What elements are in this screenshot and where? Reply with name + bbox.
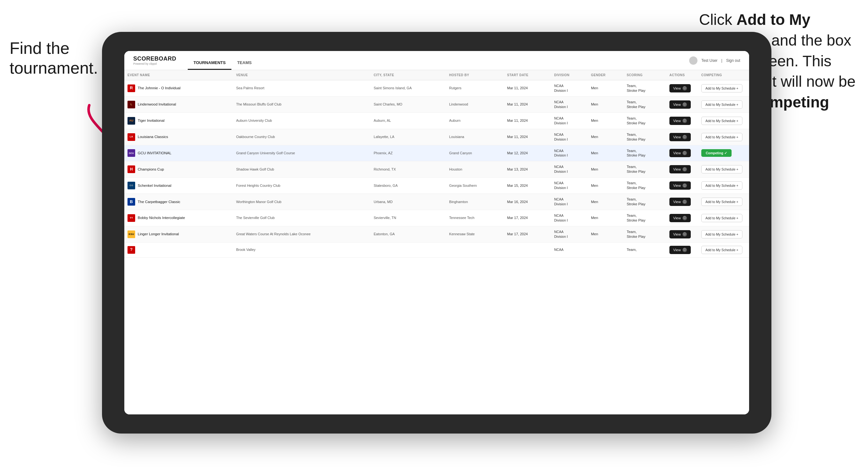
- team-logo: B: [127, 198, 135, 206]
- actions-cell: View ⓘ: [666, 226, 698, 242]
- table-row: B The Carpetbagger Classic Worthington M…: [124, 194, 749, 210]
- add-to-schedule-button[interactable]: Add to My Schedule +: [701, 100, 742, 109]
- venue-cell: The Sevierville Golf Club: [233, 210, 371, 226]
- table-row: LA Louisiana Classics Oakbourne Country …: [124, 129, 749, 145]
- team-logo: KSU: [127, 230, 135, 238]
- add-to-schedule-button[interactable]: Add to My Schedule +: [701, 181, 742, 190]
- start-date-cell: [504, 242, 551, 257]
- venue-cell: Forest Heights Country Club: [233, 178, 371, 194]
- add-to-schedule-button[interactable]: Add to My Schedule +: [701, 230, 742, 239]
- add-to-schedule-button[interactable]: Add to My Schedule +: [701, 198, 742, 206]
- division-cell: NCAA Division I: [551, 145, 588, 161]
- tablet-frame: SCOREBOARD Powered by clippd TOURNAMENTS…: [102, 32, 771, 434]
- city-cell: Phoenix, AZ: [370, 145, 446, 161]
- table-row: L Lindenwood Invitational The Missouri B…: [124, 96, 749, 113]
- city-cell: Eatonton, GA: [370, 226, 446, 242]
- sign-out-link[interactable]: Sign out: [726, 58, 740, 63]
- scoring-cell: Team, Stroke Play: [623, 226, 666, 242]
- actions-cell: View ⓘ: [666, 96, 698, 113]
- view-button[interactable]: View ⓘ: [670, 214, 691, 222]
- hosted-by-cell: Houston: [446, 161, 504, 178]
- city-cell: Lafayette, LA: [370, 129, 446, 145]
- view-button[interactable]: View ⓘ: [670, 165, 691, 174]
- add-to-schedule-button[interactable]: Add to My Schedule +: [701, 246, 742, 254]
- team-logo: AU: [127, 117, 135, 125]
- tab-tournaments[interactable]: TOURNAMENTS: [188, 51, 231, 70]
- division-cell: NCAA Division I: [551, 178, 588, 194]
- division-cell: NCAA Division I: [551, 80, 588, 97]
- gender-cell: Men: [588, 145, 623, 161]
- gender-cell: Men: [588, 80, 623, 97]
- division-cell: NCAA Division I: [551, 161, 588, 178]
- hosted-by-cell: Grand Canyon: [446, 145, 504, 161]
- division-cell: NCAA Division I: [551, 194, 588, 210]
- competing-cell: Add to My Schedule +: [698, 113, 749, 129]
- col-start-date: START DATE: [504, 70, 551, 80]
- logo-sub: Powered by clippd: [133, 62, 176, 65]
- col-event-name: EVENT NAME: [124, 70, 233, 80]
- scoring-cell: Team, Stroke Play: [623, 129, 666, 145]
- competing-cell: Add to My Schedule +: [698, 194, 749, 210]
- add-to-schedule-button[interactable]: Add to My Schedule +: [701, 84, 742, 92]
- competing-button[interactable]: Competing ✓: [701, 149, 732, 157]
- scoring-cell: Team, Stroke Play: [623, 96, 666, 113]
- annotation-left: Find the tournament.: [9, 38, 99, 78]
- actions-cell: View ⓘ: [666, 178, 698, 194]
- competing-cell: Add to My Schedule +: [698, 80, 749, 97]
- competing-cell: Add to My Schedule +: [698, 226, 749, 242]
- tab-teams[interactable]: TEAMS: [231, 51, 257, 70]
- add-to-schedule-button[interactable]: Add to My Schedule +: [701, 214, 742, 222]
- venue-cell: The Missouri Bluffs Golf Club: [233, 96, 371, 113]
- start-date-cell: Mar 11, 2024: [504, 129, 551, 145]
- view-button[interactable]: View ⓘ: [670, 84, 691, 92]
- nav-tabs: TOURNAMENTS TEAMS: [188, 51, 257, 70]
- view-button[interactable]: View ⓘ: [670, 198, 691, 206]
- actions-cell: View ⓘ: [666, 80, 698, 97]
- add-to-schedule-button[interactable]: Add to My Schedule +: [701, 117, 742, 125]
- view-button[interactable]: View ⓘ: [670, 100, 691, 109]
- event-name-cell: R The Johnnie - O Individual: [124, 80, 233, 97]
- table-row: AU Tiger Invitational Auburn University …: [124, 113, 749, 129]
- tablet-screen: SCOREBOARD Powered by clippd TOURNAMENTS…: [124, 51, 749, 414]
- view-button[interactable]: View ⓘ: [670, 133, 691, 141]
- event-name-cell: B The Carpetbagger Classic: [124, 194, 233, 210]
- event-name-cell: L Lindenwood Invitational: [124, 96, 233, 113]
- event-name-text: Champions Cup: [138, 167, 164, 172]
- view-button[interactable]: View ⓘ: [670, 181, 691, 190]
- view-button[interactable]: View ⓘ: [670, 230, 691, 239]
- event-name-cell: AU Tiger Invitational: [124, 113, 233, 129]
- start-date-cell: Mar 11, 2024: [504, 96, 551, 113]
- actions-cell: View ⓘ: [666, 129, 698, 145]
- event-name-text: Linger Longer Invitational: [138, 232, 179, 237]
- city-cell: Sevierville, TN: [370, 210, 446, 226]
- venue-cell: Auburn University Club: [233, 113, 371, 129]
- venue-cell: Great Waters Course At Reynolds Lake Oco…: [233, 226, 371, 242]
- hosted-by-cell: [446, 242, 504, 257]
- actions-cell: View ⓘ: [666, 242, 698, 257]
- team-logo: LA: [127, 133, 135, 141]
- event-name-cell: TT Bobby Nichols Intercollegiate: [124, 210, 233, 226]
- division-cell: NCAA Division I: [551, 113, 588, 129]
- city-cell: Statesboro, GA: [370, 178, 446, 194]
- actions-cell: View ⓘ: [666, 194, 698, 210]
- view-button[interactable]: View ⓘ: [670, 117, 691, 125]
- logo-area: SCOREBOARD Powered by clippd: [133, 56, 176, 65]
- add-to-schedule-button[interactable]: Add to My Schedule +: [701, 133, 742, 141]
- hosted-by-cell: Auburn: [446, 113, 504, 129]
- competing-cell: Add to My Schedule +: [698, 178, 749, 194]
- col-division: DIVISION: [551, 70, 588, 80]
- add-to-schedule-button[interactable]: Add to My Schedule +: [701, 165, 742, 174]
- gender-cell: Men: [588, 194, 623, 210]
- scoring-cell: Team, Stroke Play: [623, 178, 666, 194]
- venue-cell: Worthington Manor Golf Club: [233, 194, 371, 210]
- view-button[interactable]: View ⓘ: [670, 246, 691, 254]
- start-date-cell: Mar 17, 2024: [504, 210, 551, 226]
- competing-cell: Add to My Schedule +: [698, 96, 749, 113]
- team-logo: L: [127, 101, 135, 108]
- view-button[interactable]: View ⓘ: [670, 149, 691, 157]
- actions-cell: View ⓘ: [666, 113, 698, 129]
- team-logo: R: [127, 85, 135, 92]
- start-date-cell: Mar 15, 2024: [504, 178, 551, 194]
- competing-cell: Add to My Schedule +: [698, 210, 749, 226]
- table-row: GCU GCU INVITATIONAL Grand Canyon Univer…: [124, 145, 749, 161]
